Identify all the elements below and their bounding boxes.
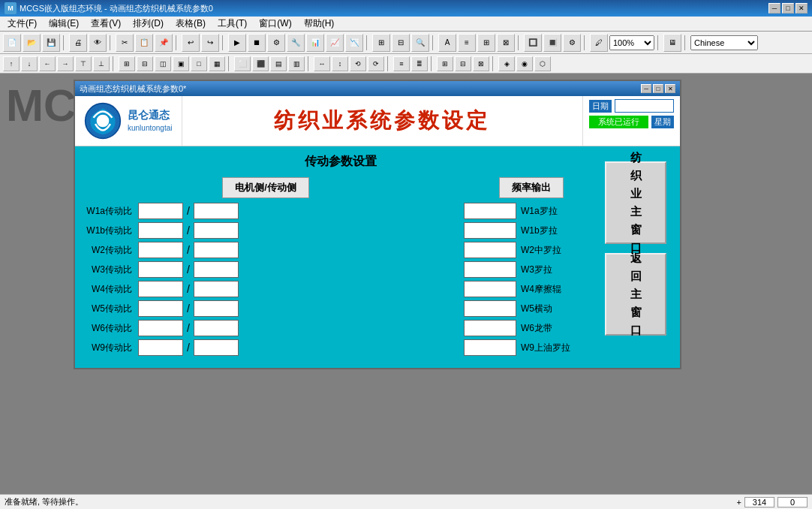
redo-button[interactable]: ↪	[201, 34, 219, 52]
t2-btn-7[interactable]: ⊞	[119, 56, 135, 71]
t2-btn-24[interactable]: ⊟	[455, 56, 471, 71]
menu-tools[interactable]: 工具(T)	[212, 16, 253, 32]
menu-edit[interactable]: 编辑(E)	[43, 16, 85, 32]
freq-input-2[interactable]	[464, 242, 516, 258]
freq-input-5[interactable]	[464, 300, 516, 317]
tb-btn-17[interactable]: ⊞	[477, 34, 495, 52]
freq-input-7[interactable]	[464, 339, 516, 356]
open-button[interactable]: 📂	[23, 34, 41, 52]
t2-btn-22[interactable]: ≣	[411, 56, 428, 71]
t2-btn-2[interactable]: ↓	[21, 56, 38, 71]
t2-btn-4[interactable]: →	[57, 56, 74, 71]
t2-btn-12[interactable]: ▦	[209, 56, 225, 71]
tb-btn-16[interactable]: ≡	[458, 34, 476, 52]
t2-btn-16[interactable]: ▥	[288, 56, 305, 71]
t2-btn-14[interactable]: ⬛	[252, 56, 269, 71]
t2-btn-17[interactable]: ↔	[314, 56, 330, 71]
tb-btn-15[interactable]: A	[438, 34, 456, 52]
freq-input-4[interactable]	[464, 281, 516, 297]
tb-btn-21[interactable]: ⚙	[563, 34, 581, 52]
t2-btn-23[interactable]: ⊞	[437, 56, 453, 71]
t2-btn-8[interactable]: ⊟	[137, 56, 153, 71]
input-left-2b[interactable]	[194, 242, 239, 258]
input-left-7b[interactable]	[194, 339, 239, 356]
tb-btn-7[interactable]: ⚙	[267, 34, 285, 52]
input-left-6a[interactable]	[138, 320, 183, 336]
menu-file[interactable]: 文件(F)	[2, 16, 43, 32]
tb-btn-12[interactable]: ⊞	[372, 34, 390, 52]
freq-input-3[interactable]	[464, 261, 516, 278]
t2-btn-9[interactable]: ◫	[155, 56, 171, 71]
t2-btn-1[interactable]: ↑	[3, 56, 20, 71]
copy-button[interactable]: 📋	[135, 34, 153, 52]
t2-btn-5[interactable]: ⊤	[75, 56, 92, 71]
input-left-3b[interactable]	[194, 261, 239, 278]
tb-btn-6[interactable]: ⏹	[248, 34, 266, 52]
input-left-0a[interactable]	[138, 203, 183, 219]
inner-maximize-button[interactable]: □	[653, 84, 663, 93]
t2-btn-27[interactable]: ◉	[516, 56, 533, 71]
tb-btn-20[interactable]: 🔳	[543, 34, 561, 52]
save-button[interactable]: 💾	[42, 34, 60, 52]
t2-btn-15[interactable]: ▤	[270, 56, 287, 71]
menu-help[interactable]: 帮助(H)	[298, 16, 341, 32]
menu-view[interactable]: 查看(V)	[85, 16, 127, 32]
t2-btn-11[interactable]: □	[191, 56, 207, 71]
language-select[interactable]: Chinese English	[690, 35, 758, 50]
nav-main-window-button[interactable]: 纺织业主窗口	[605, 161, 666, 244]
input-left-7a[interactable]	[138, 339, 183, 356]
freq-header-row: 频率输出	[464, 177, 599, 198]
input-left-1a[interactable]	[138, 222, 183, 239]
maximize-button[interactable]: □	[782, 3, 794, 14]
print-button[interactable]: 🖨	[69, 34, 87, 52]
nav-back-button[interactable]: 返回主窗口	[605, 253, 666, 336]
t2-btn-21[interactable]: ≡	[393, 56, 410, 71]
undo-button[interactable]: ↩	[182, 34, 200, 52]
new-button[interactable]: 📄	[3, 34, 21, 52]
input-left-1b[interactable]	[194, 222, 239, 239]
input-left-4a[interactable]	[138, 281, 183, 297]
preview-button[interactable]: 👁	[89, 34, 107, 52]
tb-btn-11[interactable]: 📉	[345, 34, 363, 52]
inner-minimize-button[interactable]: ─	[641, 84, 651, 93]
t2-btn-13[interactable]: ⬜	[234, 56, 251, 71]
input-left-4b[interactable]	[194, 281, 239, 297]
t2-btn-20[interactable]: ⟳	[368, 56, 384, 71]
tb-btn-22[interactable]: 🖊	[590, 34, 608, 52]
tb-btn-10[interactable]: 📈	[326, 34, 344, 52]
menu-arrange[interactable]: 排列(D)	[127, 16, 170, 32]
zoom-select[interactable]: 100% 50% 75% 150% 200%	[609, 35, 654, 50]
t2-btn-18[interactable]: ↕	[332, 56, 348, 71]
paste-button[interactable]: 📌	[155, 34, 173, 52]
freq-input-1[interactable]	[464, 222, 516, 239]
t2-btn-26[interactable]: ◈	[498, 56, 515, 71]
minimize-button[interactable]: ─	[768, 3, 780, 14]
cut-button[interactable]: ✂	[116, 34, 134, 52]
close-button[interactable]: ✕	[795, 3, 807, 14]
input-left-5a[interactable]	[138, 300, 183, 317]
input-left-3a[interactable]	[138, 261, 183, 278]
input-left-6b[interactable]	[194, 320, 239, 336]
tb-btn-9[interactable]: 📊	[306, 34, 324, 52]
inner-close-button[interactable]: ✕	[665, 84, 675, 93]
tb-btn-13[interactable]: ⊟	[392, 34, 410, 52]
menu-table[interactable]: 表格(B)	[170, 16, 212, 32]
t2-btn-28[interactable]: ⬡	[534, 56, 551, 71]
input-left-2a[interactable]	[138, 242, 183, 258]
t2-btn-25[interactable]: ⊠	[473, 56, 489, 71]
tb-btn-18[interactable]: ⊠	[497, 34, 515, 52]
freq-input-0[interactable]	[464, 203, 516, 219]
tb-btn-8[interactable]: 🔧	[287, 34, 305, 52]
t2-btn-6[interactable]: ⊥	[93, 56, 110, 71]
tb-btn-14[interactable]: 🔍	[411, 34, 429, 52]
input-left-5b[interactable]	[194, 300, 239, 317]
tb-btn-19[interactable]: 🔲	[524, 34, 542, 52]
freq-input-6[interactable]	[464, 320, 516, 336]
t2-btn-19[interactable]: ⟲	[350, 56, 366, 71]
tb-btn-5[interactable]: ▶	[228, 34, 246, 52]
menu-window[interactable]: 窗口(W)	[253, 16, 297, 32]
t2-btn-10[interactable]: ▣	[173, 56, 189, 71]
t2-btn-3[interactable]: ←	[39, 56, 56, 71]
input-left-0b[interactable]	[194, 203, 239, 219]
tb-btn-23[interactable]: 🖥	[663, 34, 681, 52]
